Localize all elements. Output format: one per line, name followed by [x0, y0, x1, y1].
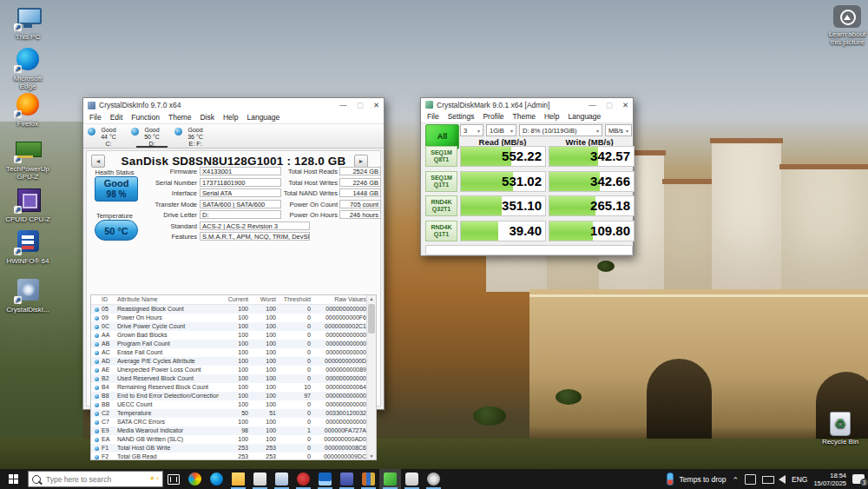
network-icon[interactable] — [762, 475, 773, 484]
taskbar-app-button[interactable] — [314, 469, 336, 489]
scroll-down-icon[interactable]: ▼ — [367, 453, 376, 459]
desktop-icon[interactable]: ↗ CPUID CPU-Z — [5, 186, 50, 223]
menu-item[interactable]: Function — [127, 113, 164, 122]
next-drive-button[interactable]: ► — [354, 155, 368, 168]
menu-item[interactable]: Theme — [509, 112, 540, 121]
menu-item[interactable]: Help — [219, 113, 242, 122]
smart-row[interactable]: F2 Total GB Read 253 253 0 0000000009DC — [91, 453, 376, 461]
taskbar-app-button[interactable] — [358, 469, 379, 489]
smart-header-worst[interactable]: Worst — [248, 295, 276, 304]
smart-row[interactable]: AE Unexpected Power Loss Count 100 100 0… — [91, 366, 376, 374]
taskbar-app-button[interactable] — [336, 469, 358, 489]
test-count-select[interactable]: 3 ▾ — [460, 124, 483, 136]
desktop-icon[interactable]: ↗ TechPowerUp GPU-Z — [5, 135, 50, 181]
menu-item[interactable]: Settings — [444, 112, 479, 121]
taskbar-app-button[interactable] — [379, 469, 401, 489]
write-result-cell[interactable]: 342.57 — [549, 146, 635, 167]
menu-item[interactable]: File — [85, 113, 106, 122]
taskbar-app-button[interactable] — [206, 469, 227, 489]
smart-header-id[interactable]: ID — [102, 295, 117, 304]
smart-row[interactable]: C7 SATA CRC Errors 100 100 0 00000000000… — [91, 418, 376, 426]
menu-item[interactable]: Edit — [106, 113, 128, 122]
smart-row[interactable]: BB UECC Count 100 100 0 000000000000 — [91, 400, 376, 409]
smart-row[interactable]: B8 End to End Error Detection/Correction… — [91, 392, 376, 400]
read-result-cell[interactable]: 39.40 — [460, 221, 546, 241]
close-icon[interactable]: ✕ — [373, 101, 379, 109]
desktop-icon[interactable]: ↗ This PC — [5, 3, 50, 41]
menu-item[interactable]: Disk — [195, 113, 219, 122]
maximize-icon[interactable]: ▢ — [606, 101, 613, 109]
menu-item[interactable]: Theme — [164, 113, 195, 122]
smart-row[interactable]: AB Program Fail Count 100 100 0 00000000… — [91, 340, 376, 348]
smart-header-name[interactable]: Attribute Name — [117, 295, 219, 304]
taskbar-app-button[interactable] — [184, 469, 206, 489]
smart-row[interactable]: AA Grown Bad Blocks 100 100 0 0000000000… — [91, 331, 376, 340]
test-label[interactable]: SEQ1M Q8T1 — [425, 146, 457, 167]
unit-select[interactable]: MB/s ▾ — [605, 124, 632, 136]
read-result-cell[interactable]: 531.02 — [460, 171, 546, 192]
menu-item[interactable]: Language — [242, 113, 284, 122]
test-size-select[interactable]: 1GiB ▾ — [486, 124, 516, 136]
taskbar-app-button[interactable] — [293, 469, 314, 489]
smart-row[interactable]: B2 Used Reserved Block Count 100 100 0 0… — [91, 374, 376, 383]
smart-row[interactable]: E9 Media Wearout Indicator 98 100 1 0000… — [91, 426, 376, 435]
smart-row[interactable]: B4 Remaining Reserved Block Count 100 10… — [91, 383, 376, 392]
write-result-cell[interactable]: 342.66 — [549, 171, 635, 192]
write-result-cell[interactable]: 109.80 — [549, 221, 635, 241]
taskbar-app-button[interactable] — [423, 469, 444, 489]
desktop-icon[interactable]: ↗ CrystalDiskI... — [5, 276, 50, 314]
test-label[interactable]: RND4K Q1T1 — [425, 221, 457, 241]
taskbar-search[interactable]: ✦✦ — [28, 471, 163, 487]
test-label[interactable]: RND4K Q32T1 — [425, 195, 457, 216]
read-result-cell[interactable]: 552.22 — [460, 146, 546, 167]
drive-tab[interactable]: Good 36 °C E: F: — [174, 124, 217, 148]
notification-center-button[interactable]: 3 — [852, 474, 865, 484]
smart-row[interactable]: F1 Total Host GB Write 253 253 0 0000000… — [91, 444, 376, 453]
drive-tab[interactable]: Good 44 °C C: — [87, 124, 130, 148]
volume-icon[interactable] — [779, 475, 786, 484]
desktop-icon[interactable]: ↗ Firefox — [5, 90, 50, 128]
write-result-cell[interactable]: 265.18 — [549, 195, 635, 216]
read-result-cell[interactable]: 351.10 — [460, 195, 546, 216]
task-view-button[interactable] — [163, 469, 184, 489]
smart-row[interactable]: 05 Reassigned Block Count 100 100 0 0000… — [91, 305, 376, 314]
smart-row[interactable]: EA NAND GB Written (SLC) 100 100 0 00000… — [91, 435, 376, 444]
prev-drive-button[interactable]: ◄ — [91, 155, 105, 168]
recycle-bin-icon[interactable]: ♻ Recycle Bin — [818, 412, 863, 446]
scroll-up-icon[interactable]: ▲ — [367, 296, 376, 301]
tray-expand-chevron-icon[interactable]: ⌃ — [732, 476, 739, 485]
diskinfo-titlebar[interactable]: CrystalDiskInfo 9.7.0 x64 — ▢ ✕ — [83, 98, 384, 112]
smart-row[interactable]: AC Erase Fail Count 100 100 0 0000000000… — [91, 348, 376, 357]
diskmark-titlebar[interactable]: CrystalDiskMark 9.0.1 x64 [Admin] — ▢ ✕ — [421, 98, 633, 111]
menu-item[interactable]: Help — [540, 112, 563, 121]
search-input[interactable] — [44, 474, 126, 485]
taskbar-app-button[interactable] — [271, 469, 293, 489]
taskbar-app-button[interactable] — [249, 469, 271, 489]
target-drive-select[interactable]: D: 8% (10/119GiB) ▾ — [519, 124, 602, 136]
taskbar-app-button[interactable] — [227, 469, 249, 489]
scroll-thumb[interactable] — [368, 304, 375, 334]
close-icon[interactable]: ✕ — [622, 101, 628, 109]
menu-item[interactable]: File — [423, 112, 444, 121]
smart-row[interactable]: C2 Temperature 50 51 0 003300120032 — [91, 409, 376, 418]
learn-about-picture-icon[interactable]: Learn about this picture — [823, 5, 868, 46]
desktop-icon[interactable]: ↗ HWiNFO® 64 — [5, 228, 50, 265]
language-indicator[interactable]: ENG — [792, 475, 807, 484]
taskbar-app-button[interactable] — [401, 469, 423, 489]
smart-header-current[interactable]: Current — [219, 295, 248, 304]
desktop-icon[interactable]: ↗ Microsoft Edge — [5, 45, 50, 90]
tray-document-icon[interactable] — [745, 474, 756, 485]
menu-item[interactable]: Language — [563, 112, 605, 121]
smart-row[interactable]: 09 Power On Hours 100 100 0 0000000000F6 — [91, 314, 376, 322]
weather-widget[interactable]: Temps to drop — [680, 475, 727, 484]
start-button[interactable] — [0, 469, 28, 489]
smart-header-raw[interactable]: Raw Values — [311, 295, 366, 304]
taskbar-clock[interactable]: 18:54 15/07/2025 — [813, 472, 846, 487]
smart-scrollbar[interactable]: ▲ ▼ — [366, 295, 376, 459]
smart-row[interactable]: 0C Drive Power Cycle Count 100 100 0 000… — [91, 322, 376, 331]
minimize-icon[interactable]: — — [589, 101, 596, 109]
test-label[interactable]: SEQ1M Q1T1 — [425, 171, 457, 192]
smart-row[interactable]: AD Average P/E Cycles Attribute 100 100 … — [91, 357, 376, 366]
drive-tab[interactable]: Good 50 °C D: — [130, 124, 174, 148]
minimize-icon[interactable]: — — [339, 101, 347, 109]
